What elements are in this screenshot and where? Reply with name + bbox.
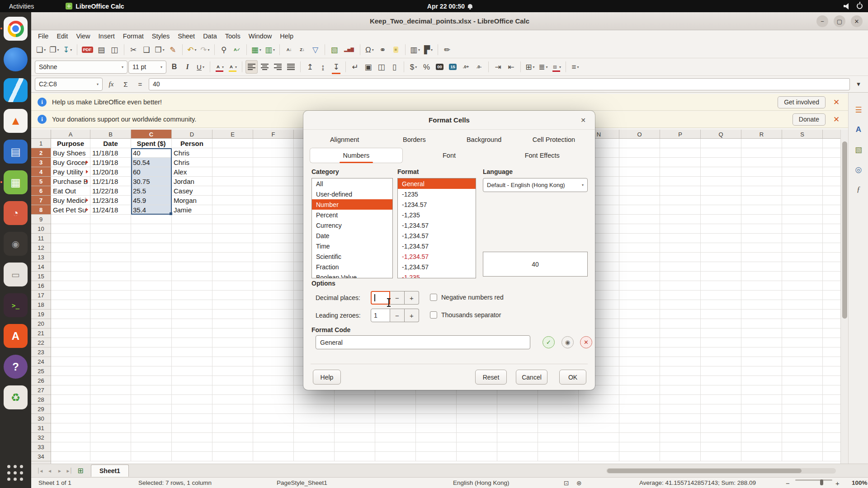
cell-R25[interactable] (741, 366, 782, 376)
format-number-icon[interactable]: 00 (434, 60, 446, 74)
cell-O1[interactable] (619, 139, 660, 148)
cell-O8[interactable] (619, 205, 660, 215)
cell-C12[interactable] (131, 243, 172, 253)
cell-D5[interactable]: Jordan (172, 177, 212, 186)
tab-borders[interactable]: Borders (379, 132, 449, 147)
cell-A29[interactable] (51, 404, 90, 414)
find-replace-icon[interactable]: ⚲ (218, 43, 230, 56)
cell-P7[interactable] (660, 196, 701, 205)
cell-O6[interactable] (619, 186, 660, 196)
cell-A14[interactable] (51, 262, 90, 272)
align-center-icon[interactable] (259, 60, 271, 74)
language-status[interactable]: English (Hong Kong) (453, 479, 509, 486)
cell-F5[interactable] (253, 177, 294, 186)
system-tray[interactable] (844, 3, 863, 9)
cell-E25[interactable] (212, 366, 253, 376)
cell-Q13[interactable] (701, 253, 741, 262)
cell-A4[interactable]: Pay Utility (51, 167, 90, 177)
cell-T22[interactable] (823, 338, 840, 347)
cell-C23[interactable] (131, 347, 172, 357)
cell-Q14[interactable] (701, 262, 741, 272)
cell-H28[interactable] (335, 395, 375, 404)
cell-T5[interactable] (823, 177, 840, 186)
cell-P6[interactable] (660, 186, 701, 196)
cell-S20[interactable] (782, 319, 823, 328)
cell-F26[interactable] (253, 376, 294, 385)
cell-C3[interactable]: 50.54 (131, 158, 172, 167)
cell-C21[interactable] (131, 328, 172, 338)
cell-F1[interactable] (253, 139, 294, 148)
cell-C28[interactable] (131, 395, 172, 404)
row-header-17[interactable]: 17 (31, 291, 51, 300)
cell-J30[interactable] (416, 414, 457, 423)
category-item-currency[interactable]: Currency (312, 220, 392, 230)
cell-M32[interactable] (538, 433, 579, 442)
cell-L32[interactable] (497, 433, 538, 442)
cell-S32[interactable] (782, 433, 823, 442)
cell-D34[interactable] (172, 452, 212, 461)
cell-S19[interactable] (782, 310, 823, 319)
cell-O25[interactable] (619, 366, 660, 376)
cell-C26[interactable] (131, 376, 172, 385)
cell-A30[interactable] (51, 414, 90, 423)
cell-S5[interactable] (782, 177, 823, 186)
cell-T34[interactable] (823, 452, 840, 461)
row-header-22[interactable]: 22 (31, 338, 51, 347)
row-header-2[interactable]: 2 (31, 148, 51, 158)
cell-R31[interactable] (741, 423, 782, 433)
cell-O17[interactable] (619, 291, 660, 300)
cell-C14[interactable] (131, 262, 172, 272)
cell-E27[interactable] (212, 385, 253, 395)
cell-P4[interactable] (660, 167, 701, 177)
cell-N30[interactable] (579, 414, 619, 423)
cell-B6[interactable]: 11/22/18 (90, 186, 131, 196)
format-item-8[interactable]: -1,234.57 (398, 262, 476, 272)
cell-Q18[interactable] (701, 300, 741, 310)
cell-B21[interactable] (90, 328, 131, 338)
cell-D26[interactable] (172, 376, 212, 385)
font-size-combo[interactable]: 11 pt ▾ (128, 61, 166, 74)
cell-R27[interactable] (741, 385, 782, 395)
cell-A21[interactable] (51, 328, 90, 338)
donate-button[interactable]: Donate (793, 113, 826, 126)
row-header-3[interactable]: 3 (31, 158, 51, 167)
cell-C19[interactable] (131, 310, 172, 319)
cell-T30[interactable] (823, 414, 840, 423)
cell-T25[interactable] (823, 366, 840, 376)
cell-B34[interactable] (90, 452, 131, 461)
tab-cell-protection[interactable]: Cell Protection (519, 132, 589, 147)
format-item-5[interactable]: -1,234.57 (398, 230, 476, 241)
expand-formula-bar-icon[interactable]: ▾ (853, 78, 864, 90)
cell-O4[interactable] (619, 167, 660, 177)
cell-I28[interactable] (375, 395, 416, 404)
cell-R3[interactable] (741, 158, 782, 167)
cell-E28[interactable] (212, 395, 253, 404)
cell-H33[interactable] (335, 442, 375, 452)
cell-B17[interactable] (90, 291, 131, 300)
row-header-11[interactable]: 11 (31, 234, 51, 243)
cell-C29[interactable] (131, 404, 172, 414)
cell-T26[interactable] (823, 376, 840, 385)
category-item-fraction[interactable]: Fraction (312, 262, 392, 272)
cell-F20[interactable] (253, 319, 294, 328)
cell-B32[interactable] (90, 433, 131, 442)
cell-D30[interactable] (172, 414, 212, 423)
cell-D24[interactable] (172, 357, 212, 366)
cell-Q26[interactable] (701, 376, 741, 385)
cell-F21[interactable] (253, 328, 294, 338)
menu-insert[interactable]: Insert (94, 32, 119, 41)
cell-G28[interactable] (294, 395, 335, 404)
cell-G29[interactable] (294, 404, 335, 414)
cell-D29[interactable] (172, 404, 212, 414)
next-sheet-button[interactable]: ▸ (55, 468, 65, 474)
cell-D11[interactable] (172, 234, 212, 243)
cell-F32[interactable] (253, 433, 294, 442)
cell-P11[interactable] (660, 234, 701, 243)
cell-A11[interactable] (51, 234, 90, 243)
cell-R9[interactable] (741, 215, 782, 224)
cell-N29[interactable] (579, 404, 619, 414)
help-button[interactable]: Help (313, 370, 341, 385)
cell-R24[interactable] (741, 357, 782, 366)
cell-J31[interactable] (416, 423, 457, 433)
cell-J34[interactable] (416, 452, 457, 461)
